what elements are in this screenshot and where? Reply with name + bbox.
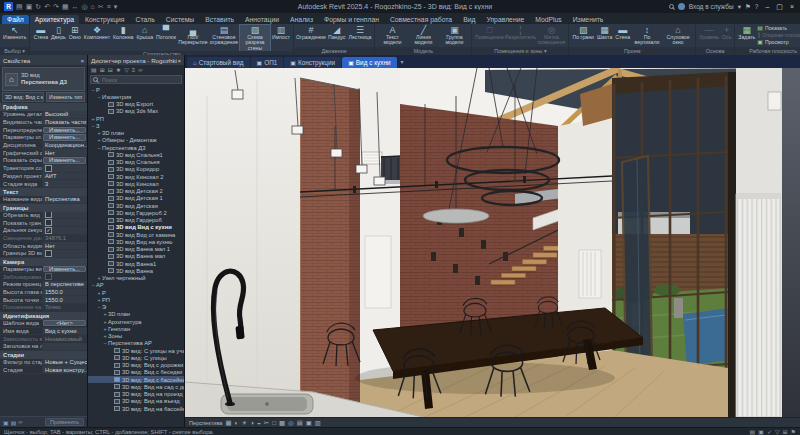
ribbon-button[interactable]: АТекст модели bbox=[377, 25, 407, 46]
temporary-hide-icon[interactable]: ▩ bbox=[279, 419, 285, 427]
property-row[interactable]: Заголовок на л... bbox=[0, 343, 87, 351]
tree-item[interactable]: 3D вид Вид на кухню bbox=[88, 238, 184, 245]
ribbon-tab[interactable]: Архитектура bbox=[30, 15, 79, 24]
property-row[interactable]: Показать скры...Изменить... bbox=[0, 157, 87, 165]
tree-item[interactable]: 3D вид: Вид на проезд bbox=[88, 391, 184, 398]
property-row[interactable]: Видимость час...Показать части bbox=[0, 119, 87, 127]
minimize-button[interactable]: – bbox=[762, 3, 772, 11]
tree-item[interactable]: − Э bbox=[88, 304, 184, 311]
associate-icon[interactable]: ∞ bbox=[18, 419, 22, 426]
property-row[interactable]: Имя видаВид с кухни bbox=[0, 328, 87, 336]
ribbon-tab[interactable]: Анализ bbox=[285, 15, 318, 24]
tree-item[interactable]: 3D вид: Вид с беседки bbox=[88, 369, 184, 376]
render-icon[interactable]: ◒ bbox=[257, 419, 261, 427]
ribbon-tab[interactable]: Вид bbox=[458, 15, 480, 24]
tree-item[interactable]: 3D вид: Вид на сад с дорог bbox=[88, 383, 184, 390]
views-all-icon[interactable]: ▤ bbox=[91, 66, 97, 73]
view-tab[interactable]: ▣ Вид с кухни bbox=[342, 57, 396, 68]
link-icon[interactable]: ∞ bbox=[138, 67, 142, 73]
tree-item[interactable]: 3D вид: Вид с бассейна bbox=[88, 376, 184, 383]
thin-lines-icon[interactable]: ≡ bbox=[107, 2, 111, 11]
measure-icon[interactable]: ↔ bbox=[72, 2, 79, 11]
group-header-text[interactable]: Текст bbox=[0, 188, 87, 196]
property-row[interactable]: Переопределе...Изменить... bbox=[0, 126, 87, 134]
pin-icon[interactable]: ▣ bbox=[3, 419, 9, 426]
tree-item[interactable]: 3D вид Коридор bbox=[88, 166, 184, 173]
tree-item[interactable]: 3D вид Детская 2 bbox=[88, 188, 184, 195]
property-row[interactable]: ДисциплинаКоординацион... bbox=[0, 142, 87, 150]
ribbon-tab[interactable]: ModPlus bbox=[530, 15, 566, 24]
property-row[interactable]: Обрезать вид bbox=[0, 212, 87, 220]
group-header-extents[interactable]: Границы bbox=[0, 204, 87, 212]
tree-item[interactable]: 3D вид Ванна мал bbox=[88, 253, 184, 260]
detail-level-icon[interactable]: ▦ bbox=[225, 419, 231, 427]
ribbon-button[interactable]: ▨Схема разреза стены bbox=[240, 25, 270, 51]
tree-item[interactable]: 3D вид: С улицы на участке bbox=[88, 347, 184, 354]
ribbon-button[interactable]: ▬Стена bbox=[32, 25, 49, 40]
tree-item[interactable]: − Перспектива Д3 bbox=[88, 144, 184, 151]
property-row[interactable]: Фильтр по стад...Новые + Сущес... bbox=[0, 359, 87, 367]
flag-icon[interactable]: ⚑ bbox=[745, 3, 751, 11]
property-row[interactable]: Область видим...Нет bbox=[0, 242, 87, 250]
help-icon[interactable]: ? bbox=[755, 3, 759, 10]
work-plane-viewer-button[interactable]: ▣ Просмотр bbox=[757, 39, 800, 46]
tree-item[interactable]: 3D вид: Вид на бассейн и Б bbox=[88, 405, 184, 412]
tree-item[interactable]: 3D вид Вид с кухни bbox=[88, 224, 184, 231]
default-3d-view-icon[interactable]: ⌂ bbox=[91, 2, 95, 11]
tree-item[interactable]: 3D вид 3ds Max bbox=[88, 108, 184, 115]
tree-item[interactable]: 3D вид Спальня1 bbox=[88, 151, 184, 158]
sync-icon[interactable]: ↻ bbox=[35, 2, 41, 11]
tree-item[interactable]: + РП bbox=[88, 115, 184, 122]
tree-item[interactable]: 3D вид: Вид с дорожки bbox=[88, 362, 184, 369]
customize-qat-icon[interactable]: ▾ bbox=[114, 2, 118, 11]
tree-item[interactable]: + Архитектура bbox=[88, 318, 184, 325]
ribbon-button[interactable]: ▣Группа модели bbox=[439, 25, 469, 46]
shadows-icon[interactable]: ◑ bbox=[250, 419, 254, 427]
properties-filter-dropdown[interactable]: 3D вид: Вид с кух...▾ bbox=[2, 92, 44, 102]
property-row[interactable]: Параметры от...Изменить... bbox=[0, 134, 87, 142]
ribbon-button[interactable]: ◎Метка помещения bbox=[536, 25, 566, 46]
ribbon-tab[interactable]: Совместная работа bbox=[385, 15, 457, 24]
ribbon-tab[interactable]: Формы и генплан bbox=[319, 15, 384, 24]
properties-list-icon[interactable]: ▤ bbox=[11, 419, 17, 426]
ribbon-button[interactable]: ―Уровень bbox=[698, 25, 720, 40]
tree-item[interactable]: 3D вид Ванна bbox=[88, 267, 184, 274]
tree-item[interactable]: + Узел чертежный bbox=[88, 275, 184, 282]
exclude-options-icon[interactable]: ▽ bbox=[775, 428, 780, 435]
browser-close-icon[interactable]: × bbox=[177, 57, 181, 64]
ribbon-button[interactable]: ◢Пандус bbox=[327, 25, 347, 40]
ribbon-button[interactable]: #Ограждение bbox=[296, 25, 326, 40]
filter-icon[interactable]: ▽ bbox=[124, 66, 129, 73]
ribbon-tab[interactable]: Сталь bbox=[131, 15, 160, 24]
tree-item[interactable]: 3D вид Гардероб bbox=[88, 217, 184, 224]
reveal-hidden-icon[interactable]: ◎ bbox=[288, 419, 294, 427]
visual-style-icon[interactable]: ◐ bbox=[234, 419, 238, 427]
tree-item[interactable]: − Перспектива АР bbox=[88, 340, 184, 347]
tree-item[interactable]: 3D вид Ванна1 bbox=[88, 260, 184, 267]
type-selector[interactable]: ⌂ 3D вид Перспектива Д3 bbox=[2, 67, 85, 91]
apply-button[interactable]: Применить bbox=[45, 418, 84, 426]
save-icon[interactable]: ▣ bbox=[26, 2, 33, 11]
property-row[interactable]: Смещение дал...34876.1 bbox=[0, 235, 87, 243]
edit-type-button[interactable]: Изменить тип bbox=[46, 92, 85, 102]
ribbon-button[interactable]: ↖Изменить bbox=[2, 25, 27, 40]
property-row[interactable]: Показать гран... bbox=[0, 219, 87, 227]
ribbon-button[interactable]: +Ось bbox=[721, 25, 732, 40]
ribbon-button[interactable]: ⌂Слуховое окно bbox=[663, 25, 693, 46]
temporary-properties-icon[interactable]: ▤ bbox=[297, 419, 303, 427]
sun-path-icon[interactable]: ☀ bbox=[241, 419, 247, 427]
property-row[interactable]: Параметры ви...Изменить... bbox=[0, 266, 87, 274]
property-row[interactable]: Зависимость в...Независимый bbox=[0, 335, 87, 343]
group-header-camera[interactable]: Камера bbox=[0, 258, 87, 266]
property-row[interactable]: Режим проекц...В перспективе bbox=[0, 281, 87, 289]
ribbon-button[interactable]: ▄Пол/Перекрытие bbox=[178, 25, 208, 46]
ribbon-tab[interactable]: Изменить bbox=[568, 15, 609, 24]
tree-item[interactable]: 3D вид Ванна мал 1 bbox=[88, 246, 184, 253]
ribbon-button[interactable]: ▦Шахта bbox=[596, 25, 613, 40]
3d-viewport[interactable] bbox=[185, 68, 800, 417]
ribbon-button[interactable]: ╱Линия модели bbox=[408, 25, 438, 46]
tree-item[interactable]: 3D вид Вид от камина bbox=[88, 231, 184, 238]
ribbon-tab[interactable]: Аннотации bbox=[240, 15, 284, 24]
property-row[interactable]: Название видаПерспектива bbox=[0, 196, 87, 204]
ribbon-button[interactable]: ⊞Окно bbox=[68, 25, 82, 40]
